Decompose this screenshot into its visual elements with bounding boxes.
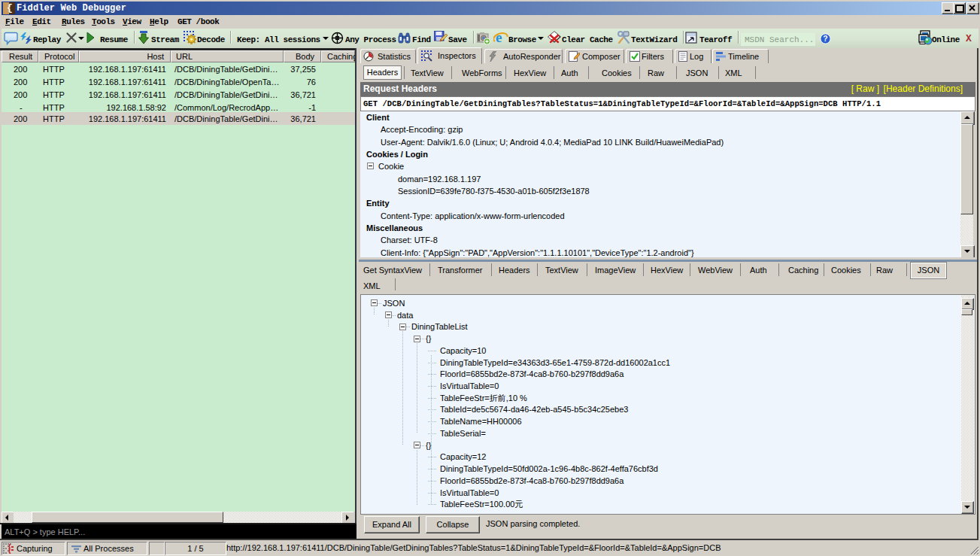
svg-text:e: e: [496, 30, 502, 45]
svg-text:?: ?: [823, 35, 827, 43]
